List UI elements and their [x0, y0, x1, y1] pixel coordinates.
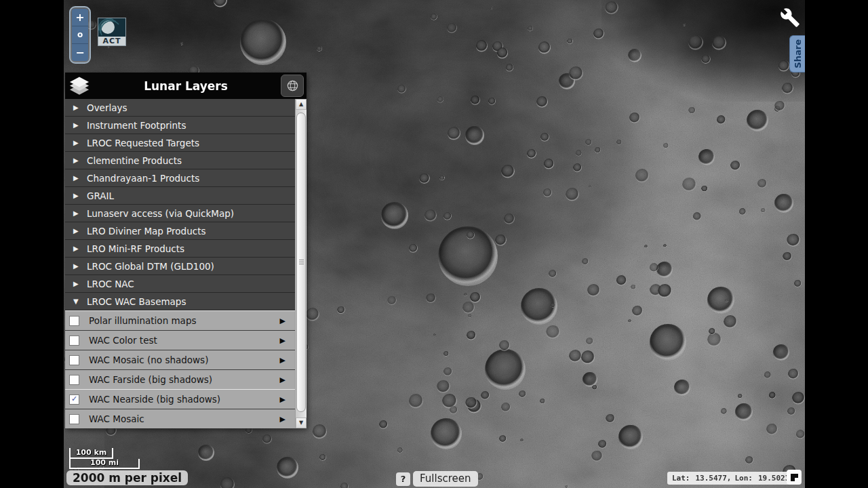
submenu-arrow-icon[interactable]: ▶ — [280, 336, 285, 345]
layers-panel-body: ▶ Overlays ▶ Instrument Footprints ▶ LRO… — [65, 99, 307, 428]
layer-group-label: LROC NAC — [87, 279, 134, 289]
collapsed-arrow-icon: ▶ — [73, 121, 81, 129]
layer-group-label: LROC Requested Targets — [87, 138, 199, 148]
layer-group-lroc-requested-targets[interactable]: ▶ LROC Requested Targets — [65, 134, 295, 152]
act-logo[interactable]: ACT — [98, 18, 126, 46]
basemap-label: WAC Nearside (big shadows) — [89, 394, 220, 405]
layer-group-instrument-footprints[interactable]: ▶ Instrument Footprints — [65, 117, 295, 134]
scale-bar: 100 km 100 mi — [69, 448, 140, 469]
collapsed-arrow-icon: ▶ — [73, 245, 81, 252]
basemap-label: WAC Farside (big shadows) — [89, 374, 212, 385]
lon-label: Lon: — [734, 474, 753, 483]
layer-group-label: Overlays — [87, 102, 127, 113]
collapsed-arrow-icon: ▶ — [73, 262, 81, 270]
collapsed-arrow-icon: ▶ — [73, 174, 81, 182]
layer-group-label: Clementine Products — [87, 155, 182, 166]
lon-value: 19.5023 — [758, 474, 789, 483]
layer-group-label: Instrument Footprints — [87, 120, 186, 131]
basemap-row-polar-illumination[interactable]: Polar illumination maps ▶ — [65, 310, 295, 330]
basemap-row-wac-farside[interactable]: WAC Farside (big shadows) ▶ — [65, 369, 295, 389]
layer-group-label: LROC WAC Basemaps — [87, 296, 186, 307]
scroll-down-arrow-icon[interactable]: ▼ — [296, 418, 307, 428]
fullscreen-button[interactable]: Fullscreen — [413, 471, 478, 487]
projection-globe-button[interactable] — [281, 75, 304, 97]
letterbox-left — [0, 0, 64, 488]
submenu-arrow-icon[interactable]: ▶ — [280, 317, 285, 325]
basemap-checkbox[interactable] — [69, 355, 79, 365]
layer-group-lroc-global-dtm[interactable]: ▶ LROC Global DTM (GLD100) — [65, 258, 295, 275]
app-window: + o − ACT — [0, 0, 868, 488]
coordinates-toggle-button[interactable] — [787, 470, 802, 485]
basemap-label: WAC Mosaic (no shadows) — [89, 354, 208, 365]
lat-value: 13.5477, — [696, 474, 732, 483]
layer-group-clementine-products[interactable]: ▶ Clementine Products — [65, 152, 295, 169]
basemap-label: Polar illumination maps — [89, 315, 197, 326]
zoom-home-button[interactable]: o — [72, 26, 88, 44]
panel-scrollbar[interactable]: ▲ ▼ — [295, 99, 307, 428]
layer-group-chandrayaan1-products[interactable]: ▶ Chandrayaan-1 Products — [65, 169, 295, 187]
corner-bracket-icon — [791, 474, 798, 481]
layer-group-label: Lunaserv access (via QuickMap) — [87, 208, 234, 219]
layer-group-lroc-wac-basemaps[interactable]: ▼ LROC WAC Basemaps — [65, 293, 295, 310]
submenu-arrow-icon[interactable]: ▶ — [280, 375, 285, 384]
zoom-control: + o − — [69, 6, 91, 64]
scrollbar-thumb[interactable] — [296, 113, 306, 412]
layer-group-overlays[interactable]: ▶ Overlays — [65, 99, 295, 117]
collapsed-arrow-icon: ▶ — [73, 192, 81, 199]
basemap-row-wac-mosaic-no-shadows[interactable]: WAC Mosaic (no shadows) ▶ — [65, 350, 295, 369]
submenu-arrow-icon[interactable]: ▶ — [280, 356, 285, 365]
zoom-out-button[interactable]: − — [72, 44, 88, 61]
basemap-checkbox-checked[interactable]: ✓ — [69, 394, 79, 405]
basemap-label: WAC Color test — [89, 335, 157, 346]
share-tab-label: Share — [793, 39, 803, 68]
tools-button[interactable] — [777, 3, 803, 32]
layer-group-label: LRO Diviner Map Products — [87, 226, 205, 237]
expanded-arrow-icon: ▼ — [73, 298, 81, 305]
collapsed-arrow-icon: ▶ — [73, 209, 81, 217]
scale-bar-km: 100 km — [69, 448, 113, 459]
layer-group-label: Chandrayaan-1 Products — [87, 173, 199, 184]
basemap-checkbox[interactable] — [69, 375, 79, 385]
lat-label: Lat: — [672, 474, 690, 483]
layer-group-label: LRO Mini-RF Products — [87, 243, 184, 254]
map-canvas[interactable]: + o − ACT — [64, 0, 805, 488]
collapsed-arrow-icon: ▶ — [73, 280, 81, 287]
share-tab[interactable]: Share — [789, 35, 805, 73]
lunar-layers-panel: Lunar Layers ▶ Overlays — [65, 73, 307, 428]
basemap-row-wac-nearside[interactable]: ✓ WAC Nearside (big shadows) ▶ — [65, 389, 295, 409]
layers-panel-header: Lunar Layers — [65, 73, 307, 99]
scroll-up-arrow-icon[interactable]: ▲ — [296, 99, 307, 110]
panel-title: Lunar Layers — [91, 79, 281, 93]
basemap-checkbox[interactable] — [69, 414, 79, 424]
coordinates-readout: Lat: 13.5477, Lon: 19.5023 — [667, 472, 794, 485]
resolution-readout: 2000 m per pixel — [66, 470, 188, 485]
collapsed-arrow-icon: ▶ — [73, 139, 81, 146]
layer-list: ▶ Overlays ▶ Instrument Footprints ▶ LRO… — [65, 99, 295, 428]
scrollbar-grip — [299, 260, 304, 264]
submenu-arrow-icon[interactable]: ▶ — [280, 395, 285, 404]
collapsed-arrow-icon: ▶ — [73, 157, 81, 164]
help-button[interactable]: ? — [396, 472, 410, 486]
layer-group-grail[interactable]: ▶ GRAIL — [65, 187, 295, 205]
act-globe-art — [98, 18, 124, 36]
basemap-label: WAC Mosaic — [89, 413, 144, 424]
basemap-checkbox[interactable] — [69, 316, 79, 326]
layer-group-label: GRAIL — [87, 190, 114, 201]
layers-icon — [68, 77, 91, 95]
letterbox-right — [805, 0, 868, 488]
layer-group-lunaserv-access[interactable]: ▶ Lunaserv access (via QuickMap) — [65, 205, 295, 222]
layer-group-lro-mini-rf[interactable]: ▶ LRO Mini-RF Products — [65, 240, 295, 258]
collapsed-arrow-icon: ▶ — [73, 227, 81, 235]
wrench-icon — [780, 7, 800, 28]
collapsed-arrow-icon: ▶ — [73, 104, 81, 111]
act-logo-text: ACT — [98, 37, 125, 45]
layer-group-lroc-nac[interactable]: ▶ LROC NAC — [65, 275, 295, 293]
submenu-arrow-icon[interactable]: ▶ — [280, 415, 285, 424]
basemap-row-wac-color-test[interactable]: WAC Color test ▶ — [65, 330, 295, 350]
zoom-in-button[interactable]: + — [72, 9, 88, 26]
basemap-checkbox[interactable] — [69, 336, 79, 346]
layer-group-lro-diviner[interactable]: ▶ LRO Diviner Map Products — [65, 222, 295, 240]
basemap-row-wac-mosaic[interactable]: WAC Mosaic ▶ — [65, 409, 295, 428]
layer-group-label: LROC Global DTM (GLD100) — [87, 261, 214, 272]
globe-icon — [286, 79, 299, 92]
